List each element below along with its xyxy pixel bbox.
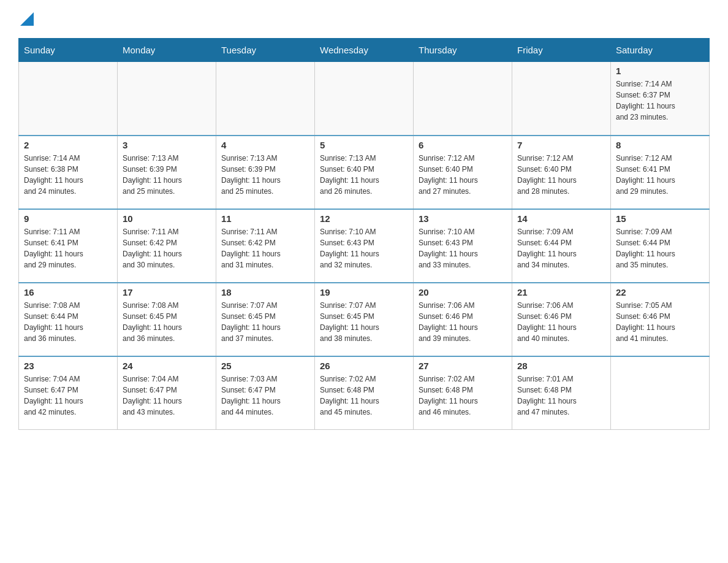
calendar-cell: 28Sunrise: 7:01 AMSunset: 6:48 PMDayligh… bbox=[512, 356, 611, 430]
calendar-cell bbox=[512, 62, 611, 136]
day-header-saturday: Saturday bbox=[611, 39, 710, 62]
calendar-cell: 11Sunrise: 7:11 AMSunset: 6:42 PMDayligh… bbox=[216, 209, 315, 283]
calendar-cell: 14Sunrise: 7:09 AMSunset: 6:44 PMDayligh… bbox=[512, 209, 611, 283]
calendar-week-row: 1Sunrise: 7:14 AMSunset: 6:37 PMDaylight… bbox=[19, 62, 710, 136]
day-number: 16 bbox=[24, 287, 112, 297]
day-number: 24 bbox=[123, 361, 211, 371]
day-info: Sunrise: 7:09 AMSunset: 6:44 PMDaylight:… bbox=[517, 226, 605, 270]
day-header-friday: Friday bbox=[512, 39, 611, 62]
day-number: 1 bbox=[616, 66, 704, 76]
day-info: Sunrise: 7:05 AMSunset: 6:46 PMDaylight:… bbox=[616, 300, 704, 344]
svg-marker-0 bbox=[20, 12, 34, 26]
day-number: 10 bbox=[123, 213, 211, 224]
calendar-cell: 24Sunrise: 7:04 AMSunset: 6:47 PMDayligh… bbox=[118, 356, 216, 430]
day-number: 6 bbox=[419, 140, 507, 150]
calendar-cell: 8Sunrise: 7:12 AMSunset: 6:41 PMDaylight… bbox=[611, 136, 710, 209]
logo bbox=[18, 12, 34, 26]
day-number: 20 bbox=[419, 287, 507, 297]
day-number: 28 bbox=[517, 361, 605, 371]
day-number: 19 bbox=[320, 287, 408, 297]
calendar-cell: 10Sunrise: 7:11 AMSunset: 6:42 PMDayligh… bbox=[118, 209, 216, 283]
day-number: 23 bbox=[24, 361, 112, 371]
day-info: Sunrise: 7:02 AMSunset: 6:48 PMDaylight:… bbox=[419, 373, 507, 418]
calendar-week-row: 16Sunrise: 7:08 AMSunset: 6:44 PMDayligh… bbox=[19, 283, 710, 356]
day-info: Sunrise: 7:13 AMSunset: 6:39 PMDaylight:… bbox=[123, 153, 211, 197]
day-header-monday: Monday bbox=[118, 39, 216, 62]
day-info: Sunrise: 7:13 AMSunset: 6:40 PMDaylight:… bbox=[320, 153, 408, 197]
calendar-cell: 1Sunrise: 7:14 AMSunset: 6:37 PMDaylight… bbox=[611, 62, 710, 136]
day-info: Sunrise: 7:13 AMSunset: 6:39 PMDaylight:… bbox=[221, 153, 309, 197]
calendar-week-row: 2Sunrise: 7:14 AMSunset: 6:38 PMDaylight… bbox=[19, 136, 710, 209]
day-number: 18 bbox=[221, 287, 309, 297]
calendar-cell bbox=[414, 62, 512, 136]
day-info: Sunrise: 7:12 AMSunset: 6:40 PMDaylight:… bbox=[419, 153, 507, 197]
day-info: Sunrise: 7:12 AMSunset: 6:41 PMDaylight:… bbox=[616, 153, 704, 197]
day-info: Sunrise: 7:06 AMSunset: 6:46 PMDaylight:… bbox=[419, 300, 507, 344]
day-number: 27 bbox=[419, 361, 507, 371]
calendar-header-row: SundayMondayTuesdayWednesdayThursdayFrid… bbox=[19, 39, 710, 62]
day-number: 2 bbox=[24, 140, 112, 150]
day-info: Sunrise: 7:04 AMSunset: 6:47 PMDaylight:… bbox=[123, 373, 211, 418]
calendar-cell: 20Sunrise: 7:06 AMSunset: 6:46 PMDayligh… bbox=[414, 283, 512, 356]
calendar-cell bbox=[216, 62, 315, 136]
day-number: 3 bbox=[123, 140, 211, 150]
calendar-cell bbox=[19, 62, 118, 136]
day-number: 15 bbox=[616, 213, 704, 224]
day-info: Sunrise: 7:14 AMSunset: 6:37 PMDaylight:… bbox=[616, 79, 704, 123]
calendar-week-row: 23Sunrise: 7:04 AMSunset: 6:47 PMDayligh… bbox=[19, 356, 710, 430]
day-info: Sunrise: 7:11 AMSunset: 6:42 PMDaylight:… bbox=[221, 226, 309, 270]
calendar-cell: 26Sunrise: 7:02 AMSunset: 6:48 PMDayligh… bbox=[315, 356, 414, 430]
calendar-cell: 13Sunrise: 7:10 AMSunset: 6:43 PMDayligh… bbox=[414, 209, 512, 283]
day-info: Sunrise: 7:11 AMSunset: 6:41 PMDaylight:… bbox=[24, 226, 112, 270]
day-info: Sunrise: 7:09 AMSunset: 6:44 PMDaylight:… bbox=[616, 226, 704, 270]
day-number: 17 bbox=[123, 287, 211, 297]
day-info: Sunrise: 7:01 AMSunset: 6:48 PMDaylight:… bbox=[517, 373, 605, 418]
day-number: 11 bbox=[221, 213, 309, 224]
calendar-cell: 21Sunrise: 7:06 AMSunset: 6:46 PMDayligh… bbox=[512, 283, 611, 356]
calendar-cell: 3Sunrise: 7:13 AMSunset: 6:39 PMDaylight… bbox=[118, 136, 216, 209]
day-number: 8 bbox=[616, 140, 704, 150]
calendar-cell: 4Sunrise: 7:13 AMSunset: 6:39 PMDaylight… bbox=[216, 136, 315, 209]
day-info: Sunrise: 7:03 AMSunset: 6:47 PMDaylight:… bbox=[221, 373, 309, 418]
day-info: Sunrise: 7:07 AMSunset: 6:45 PMDaylight:… bbox=[221, 300, 309, 344]
calendar-cell: 17Sunrise: 7:08 AMSunset: 6:45 PMDayligh… bbox=[118, 283, 216, 356]
day-info: Sunrise: 7:12 AMSunset: 6:40 PMDaylight:… bbox=[517, 153, 605, 197]
day-number: 13 bbox=[419, 213, 507, 224]
day-info: Sunrise: 7:02 AMSunset: 6:48 PMDaylight:… bbox=[320, 373, 408, 418]
day-info: Sunrise: 7:08 AMSunset: 6:44 PMDaylight:… bbox=[24, 300, 112, 344]
day-header-tuesday: Tuesday bbox=[216, 39, 315, 62]
calendar-cell: 12Sunrise: 7:10 AMSunset: 6:43 PMDayligh… bbox=[315, 209, 414, 283]
day-number: 26 bbox=[320, 361, 408, 371]
calendar-cell: 22Sunrise: 7:05 AMSunset: 6:46 PMDayligh… bbox=[611, 283, 710, 356]
day-info: Sunrise: 7:10 AMSunset: 6:43 PMDaylight:… bbox=[419, 226, 507, 270]
day-info: Sunrise: 7:11 AMSunset: 6:42 PMDaylight:… bbox=[123, 226, 211, 270]
calendar-cell bbox=[611, 356, 710, 430]
day-number: 5 bbox=[320, 140, 408, 150]
calendar-cell: 6Sunrise: 7:12 AMSunset: 6:40 PMDaylight… bbox=[414, 136, 512, 209]
calendar-cell: 2Sunrise: 7:14 AMSunset: 6:38 PMDaylight… bbox=[19, 136, 118, 209]
page-header bbox=[18, 12, 710, 26]
calendar-cell: 23Sunrise: 7:04 AMSunset: 6:47 PMDayligh… bbox=[19, 356, 118, 430]
day-header-thursday: Thursday bbox=[414, 39, 512, 62]
day-number: 22 bbox=[616, 287, 704, 297]
day-number: 14 bbox=[517, 213, 605, 224]
calendar-cell: 25Sunrise: 7:03 AMSunset: 6:47 PMDayligh… bbox=[216, 356, 315, 430]
day-number: 9 bbox=[24, 213, 112, 224]
day-number: 4 bbox=[221, 140, 309, 150]
calendar-cell: 18Sunrise: 7:07 AMSunset: 6:45 PMDayligh… bbox=[216, 283, 315, 356]
day-info: Sunrise: 7:06 AMSunset: 6:46 PMDaylight:… bbox=[517, 300, 605, 344]
day-number: 25 bbox=[221, 361, 309, 371]
day-header-wednesday: Wednesday bbox=[315, 39, 414, 62]
calendar-cell: 15Sunrise: 7:09 AMSunset: 6:44 PMDayligh… bbox=[611, 209, 710, 283]
calendar-cell: 19Sunrise: 7:07 AMSunset: 6:45 PMDayligh… bbox=[315, 283, 414, 356]
calendar-table: SundayMondayTuesdayWednesdayThursdayFrid… bbox=[18, 38, 710, 430]
day-info: Sunrise: 7:14 AMSunset: 6:38 PMDaylight:… bbox=[24, 153, 112, 197]
logo-triangle-icon bbox=[20, 12, 34, 26]
calendar-cell bbox=[315, 62, 414, 136]
day-info: Sunrise: 7:07 AMSunset: 6:45 PMDaylight:… bbox=[320, 300, 408, 344]
calendar-cell: 16Sunrise: 7:08 AMSunset: 6:44 PMDayligh… bbox=[19, 283, 118, 356]
calendar-cell: 27Sunrise: 7:02 AMSunset: 6:48 PMDayligh… bbox=[414, 356, 512, 430]
day-info: Sunrise: 7:08 AMSunset: 6:45 PMDaylight:… bbox=[123, 300, 211, 344]
calendar-week-row: 9Sunrise: 7:11 AMSunset: 6:41 PMDaylight… bbox=[19, 209, 710, 283]
calendar-cell bbox=[118, 62, 216, 136]
